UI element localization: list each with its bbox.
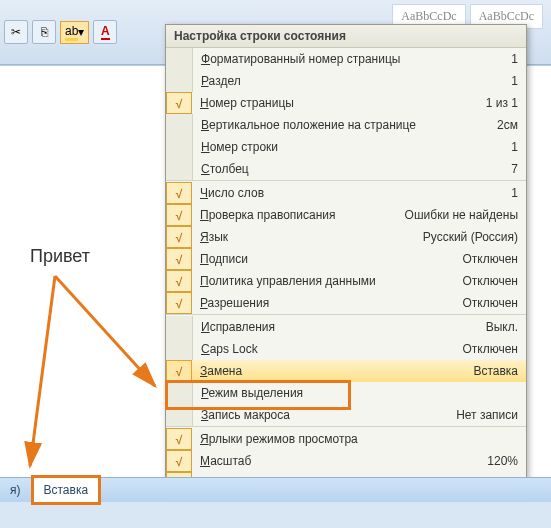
checkbox-icon: √	[166, 204, 192, 226]
menu-item-caps-lock[interactable]: Caps LockОтключен	[166, 338, 526, 360]
menu-item-label: Вертикальное положение на странице	[193, 118, 497, 132]
checkbox-icon: √	[166, 92, 192, 114]
menu-item-value: Вставка	[473, 364, 526, 378]
copy-button[interactable]: ⎘	[32, 20, 56, 44]
menu-item-номер-страницы[interactable]: √Номер страницы1 из 1	[166, 92, 526, 114]
menu-item-value: Отключен	[462, 296, 526, 310]
menu-item-label: Caps Lock	[193, 342, 462, 356]
menu-item-value: Нет записи	[456, 408, 526, 422]
menu-item-проверка-правописани[interactable]: √Проверка правописанияОшибки не найдены	[166, 204, 526, 226]
menu-item-value: 1	[511, 186, 526, 200]
checkbox-icon	[166, 382, 193, 404]
svg-line-1	[30, 276, 55, 466]
menu-item-value: Отключен	[462, 342, 526, 356]
menu-item-value: 120%	[487, 454, 526, 468]
checkbox-icon: √	[166, 450, 192, 472]
menu-item-label: Проверка правописания	[192, 208, 405, 222]
menu-item-value: Выкл.	[486, 320, 526, 334]
menu-item-замена[interactable]: √ЗаменаВставка	[166, 360, 526, 382]
menu-item-столбец[interactable]: Столбец7	[166, 158, 526, 180]
menu-item-label: Столбец	[193, 162, 511, 176]
menu-item-value: Русский (Россия)	[423, 230, 526, 244]
menu-item-политика-управления-[interactable]: √Политика управления даннымиОтключен	[166, 270, 526, 292]
menu-item-разрешения[interactable]: √РазрешенияОтключен	[166, 292, 526, 314]
menu-item-label: Разрешения	[192, 296, 462, 310]
checkbox-icon: √	[166, 248, 192, 270]
menu-item-label: Подписи	[192, 252, 462, 266]
menu-item-value: Отключен	[462, 274, 526, 288]
checkbox-icon: √	[166, 182, 192, 204]
status-bar: я) Вставка	[0, 477, 551, 502]
menu-item-язык[interactable]: √ЯзыкРусский (Россия)	[166, 226, 526, 248]
menu-item-label: Форматированный номер страницы	[193, 52, 511, 66]
menu-item-label: Язык	[192, 230, 423, 244]
font-color-button[interactable]: A	[93, 20, 117, 44]
checkbox-icon	[166, 48, 193, 70]
menu-item-ярлыки-режимов-просм[interactable]: √Ярлыки режимов просмотра	[166, 428, 526, 450]
menu-item-label: Политика управления данными	[192, 274, 462, 288]
menu-item-вертикальное-положен[interactable]: Вертикальное положение на странице2см	[166, 114, 526, 136]
checkbox-icon	[166, 136, 193, 158]
cut-button[interactable]: ✂	[4, 20, 28, 44]
menu-item-label: Номер страницы	[192, 96, 486, 110]
menu-item-value: 1 из 1	[486, 96, 526, 110]
statusbar-config-menu: Настройка строки состояния Форматированн…	[165, 24, 527, 495]
menu-item-раздел[interactable]: Раздел1	[166, 70, 526, 92]
menu-item-value: 1	[511, 74, 526, 88]
menu-item-label: Исправления	[193, 320, 486, 334]
status-insert-mode[interactable]: Вставка	[31, 475, 102, 505]
menu-item-номер-строки[interactable]: Номер строки1	[166, 136, 526, 158]
menu-item-label: Режим выделения	[193, 386, 518, 400]
checkbox-icon	[166, 70, 193, 92]
checkbox-icon	[166, 338, 193, 360]
checkbox-icon: √	[166, 360, 192, 382]
menu-item-label: Номер строки	[193, 140, 511, 154]
menu-item-label: Замена	[192, 364, 473, 378]
checkbox-icon	[166, 158, 193, 180]
menu-item-value: 7	[511, 162, 526, 176]
menu-item-число-слов[interactable]: √Число слов1	[166, 182, 526, 204]
svg-line-0	[55, 276, 155, 386]
menu-item-запись-макроса[interactable]: Запись макросаНет записи	[166, 404, 526, 426]
menu-item-label: Раздел	[193, 74, 511, 88]
checkbox-icon: √	[166, 270, 192, 292]
checkbox-icon: √	[166, 428, 192, 450]
menu-item-label: Число слов	[192, 186, 511, 200]
checkbox-icon: √	[166, 292, 192, 314]
menu-item-value: 1	[511, 140, 526, 154]
menu-item-label: Ярлыки режимов просмотра	[192, 432, 518, 446]
menu-item-масштаб[interactable]: √Масштаб120%	[166, 450, 526, 472]
checkbox-icon	[166, 404, 193, 426]
menu-item-value: 2см	[497, 118, 526, 132]
status-lang[interactable]: я)	[0, 478, 31, 502]
menu-item-режим-выделения[interactable]: Режим выделения	[166, 382, 526, 404]
menu-item-форматированный-номе[interactable]: Форматированный номер страницы1	[166, 48, 526, 70]
highlight-button[interactable]: ab▾	[60, 21, 89, 44]
menu-item-исправления[interactable]: ИсправленияВыкл.	[166, 316, 526, 338]
checkbox-icon: √	[166, 226, 192, 248]
checkbox-icon	[166, 114, 193, 136]
menu-item-value: 1	[511, 52, 526, 66]
menu-item-подписи[interactable]: √ПодписиОтключен	[166, 248, 526, 270]
checkbox-icon	[166, 316, 193, 338]
menu-item-value: Отключен	[462, 252, 526, 266]
menu-item-label: Масштаб	[192, 454, 487, 468]
menu-item-label: Запись макроса	[193, 408, 456, 422]
menu-title: Настройка строки состояния	[166, 25, 526, 48]
menu-item-value: Ошибки не найдены	[405, 208, 526, 222]
